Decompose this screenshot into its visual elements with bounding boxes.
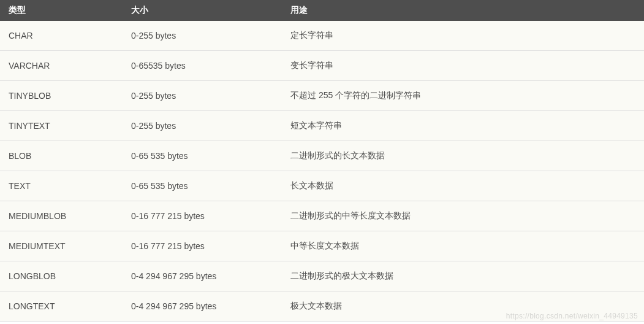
table-row: VARCHAR 0-65535 bytes 变长字符串 — [0, 51, 644, 81]
table-row: BLOB 0-65 535 bytes 二进制形式的长文本数据 — [0, 141, 644, 171]
cell-size: 0-255 bytes — [123, 111, 282, 141]
table-row: TINYBLOB 0-255 bytes 不超过 255 个字符的二进制字符串 — [0, 81, 644, 111]
table-row: MEDIUMBLOB 0-16 777 215 bytes 二进制形式的中等长度… — [0, 201, 644, 231]
cell-usage: 定长字符串 — [282, 21, 644, 51]
cell-size: 0-4 294 967 295 bytes — [123, 261, 282, 291]
table-header: 类型 大小 用途 — [0, 0, 644, 21]
cell-size: 0-16 777 215 bytes — [123, 231, 282, 261]
data-types-table-container: 类型 大小 用途 CHAR 0-255 bytes 定长字符串 VARCHAR … — [0, 0, 644, 322]
cell-type: BLOB — [0, 141, 123, 171]
table-header-row: 类型 大小 用途 — [0, 0, 644, 21]
cell-usage: 二进制形式的长文本数据 — [282, 141, 644, 171]
cell-type: LONGBLOB — [0, 261, 123, 291]
cell-type: MEDIUMTEXT — [0, 231, 123, 261]
cell-type: MEDIUMBLOB — [0, 201, 123, 231]
cell-usage: 不超过 255 个字符的二进制字符串 — [282, 81, 644, 111]
cell-usage: 二进制形式的中等长度文本数据 — [282, 201, 644, 231]
cell-size: 0-255 bytes — [123, 21, 282, 51]
cell-type: TEXT — [0, 171, 123, 201]
table-row: LONGTEXT 0-4 294 967 295 bytes 极大文本数据 — [0, 291, 644, 322]
cell-usage: 中等长度文本数据 — [282, 231, 644, 261]
table-body: CHAR 0-255 bytes 定长字符串 VARCHAR 0-65535 b… — [0, 21, 644, 322]
cell-type: VARCHAR — [0, 51, 123, 81]
table-row: TEXT 0-65 535 bytes 长文本数据 — [0, 171, 644, 201]
cell-usage: 长文本数据 — [282, 171, 644, 201]
cell-size: 0-16 777 215 bytes — [123, 201, 282, 231]
header-size: 大小 — [123, 0, 282, 21]
cell-usage: 二进制形式的极大文本数据 — [282, 261, 644, 291]
cell-size: 0-255 bytes — [123, 81, 282, 111]
cell-type: LONGTEXT — [0, 291, 123, 322]
table-row: MEDIUMTEXT 0-16 777 215 bytes 中等长度文本数据 — [0, 231, 644, 261]
data-types-table: 类型 大小 用途 CHAR 0-255 bytes 定长字符串 VARCHAR … — [0, 0, 644, 322]
table-row: CHAR 0-255 bytes 定长字符串 — [0, 21, 644, 51]
cell-type: TINYBLOB — [0, 81, 123, 111]
cell-size: 0-65535 bytes — [123, 51, 282, 81]
cell-usage: 极大文本数据 — [282, 291, 644, 322]
header-type: 类型 — [0, 0, 123, 21]
cell-type: TINYTEXT — [0, 111, 123, 141]
cell-usage: 变长字符串 — [282, 51, 644, 81]
cell-size: 0-65 535 bytes — [123, 141, 282, 171]
cell-size: 0-4 294 967 295 bytes — [123, 291, 282, 322]
table-row: LONGBLOB 0-4 294 967 295 bytes 二进制形式的极大文… — [0, 261, 644, 291]
cell-size: 0-65 535 bytes — [123, 171, 282, 201]
header-usage: 用途 — [282, 0, 644, 21]
table-row: TINYTEXT 0-255 bytes 短文本字符串 — [0, 111, 644, 141]
cell-usage: 短文本字符串 — [282, 111, 644, 141]
cell-type: CHAR — [0, 21, 123, 51]
